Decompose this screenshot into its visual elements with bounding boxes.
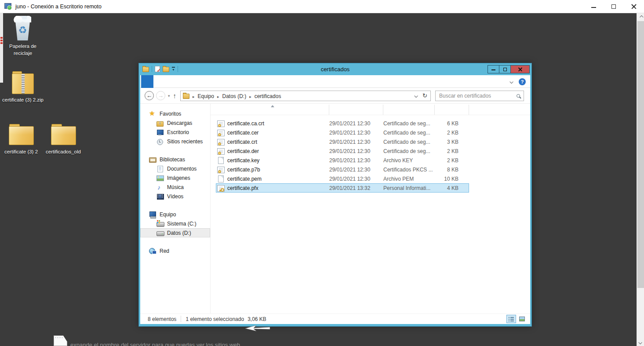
address-dropdown-icon[interactable] <box>414 94 418 97</box>
minimize-icon <box>491 69 495 70</box>
column-header[interactable] <box>435 105 469 115</box>
folder-icon[interactable] <box>142 67 149 72</box>
file-type-icon <box>217 185 225 192</box>
forward-button[interactable] <box>156 91 165 100</box>
search-input[interactable] <box>439 93 517 99</box>
breadcrumb-item[interactable]: certificados <box>255 93 281 99</box>
file-row[interactable]: certificate.key 29/01/2021 12:30 Archivo… <box>216 156 469 165</box>
search-box <box>435 91 524 101</box>
properties-icon[interactable] <box>155 66 160 72</box>
rdp-titlebar: juno - Conexión a Escritorio remoto <box>0 0 644 13</box>
rdp-minimize-button[interactable] <box>583 0 604 13</box>
sidebar-item-icon <box>156 138 164 145</box>
scrollbar-down-button[interactable] <box>637 339 644 346</box>
details-view-button[interactable] <box>506 315 516 323</box>
explorer-minimize-button[interactable] <box>488 65 499 73</box>
breadcrumb-segment: certificados <box>246 92 281 100</box>
search-icon[interactable] <box>517 94 520 98</box>
explorer-body: EquipoDatos (D:)certificados <box>140 75 530 324</box>
location-folder-icon <box>183 94 189 99</box>
ribbon-tab[interactable] <box>141 75 153 88</box>
address-box[interactable]: EquipoDatos (D:)certificados <box>180 91 431 101</box>
scrollbar-up-button[interactable] <box>637 13 644 21</box>
file-type-icon <box>217 166 225 173</box>
sidebar-item[interactable]: Imágenes <box>140 173 210 182</box>
sidebar-item[interactable]: Vídeos <box>140 192 210 201</box>
file-type-cell: Certificado de seg... <box>383 120 435 127</box>
customize-toolbar-icon[interactable]: ▼ <box>172 67 175 71</box>
file-row[interactable]: certificate.ca.crt 29/01/2021 12:30 Cert… <box>216 119 469 128</box>
column-header[interactable] <box>211 105 329 115</box>
breadcrumb-item[interactable]: Datos (D:) <box>222 93 246 99</box>
sidebar-item[interactable]: Red <box>140 246 210 255</box>
column-header[interactable] <box>329 105 383 115</box>
file-date-cell: 29/01/2021 12:30 <box>329 139 383 145</box>
file-row[interactable]: certificate.pfx 29/01/2021 13:32 Persona… <box>216 183 469 193</box>
maximize-icon <box>611 4 616 9</box>
file-name-cell: certificate.cer <box>216 129 329 136</box>
file-row[interactable]: certificate.der 29/01/2021 12:30 Certifi… <box>216 146 469 156</box>
file-row[interactable]: certificate.cer 29/01/2021 12:30 Certifi… <box>216 128 469 137</box>
explorer-maximize-button[interactable] <box>499 65 511 73</box>
file-row[interactable]: certificate.crt 29/01/2021 12:30 Certifi… <box>216 137 469 146</box>
thumbnails-view-button[interactable] <box>517 315 527 323</box>
recent-locations-dropdown-icon[interactable] <box>168 94 170 98</box>
sidebar-item[interactable]: Documentos <box>140 164 210 173</box>
close-icon <box>631 4 637 9</box>
chevron-down-icon <box>638 340 642 344</box>
file-name-cell: certificate.key <box>216 157 329 164</box>
up-one-level-button[interactable] <box>173 92 177 99</box>
rdp-maximize-button[interactable] <box>604 0 624 13</box>
desktop-icon-label: certificate (3) 2.zip <box>2 96 44 103</box>
sidebar-item[interactable]: Música <box>140 182 210 192</box>
file-row[interactable]: certificate.p7b 29/01/2021 12:30 Certifi… <box>216 165 469 174</box>
new-folder-icon[interactable] <box>163 67 169 72</box>
file-size-cell: 2 KB <box>435 148 464 154</box>
ribbon-tab[interactable] <box>166 75 178 88</box>
file-name: certificate.der <box>227 148 259 154</box>
sidebar-item[interactable]: Sitios recientes <box>140 137 210 146</box>
maximize-icon <box>503 68 507 71</box>
status-bar: 8 elementos 1 elemento seleccionado 3,06… <box>140 313 530 324</box>
back-button[interactable] <box>145 91 154 100</box>
desktop-icon[interactable]: certificados_old <box>43 121 84 155</box>
desktop-icon[interactable]: certificate (3) 2 <box>0 121 42 155</box>
sidebar-item[interactable]: Datos (D:) <box>140 228 210 237</box>
sidebar-item[interactable]: Descargas <box>140 118 210 127</box>
refresh-icon[interactable] <box>422 92 427 99</box>
breadcrumb-arrow-icon[interactable] <box>189 95 198 99</box>
file-date-cell: 29/01/2021 12:30 <box>329 120 383 127</box>
sidebar-item-icon <box>156 175 164 182</box>
sidebar-item[interactable]: Escritorio <box>140 127 210 137</box>
breadcrumb-item[interactable]: Equipo <box>198 93 214 99</box>
breadcrumb-arrow-icon[interactable] <box>246 95 255 99</box>
sidebar-item-icon <box>149 156 156 163</box>
sidebar-item[interactable]: Equipo <box>140 210 210 219</box>
sidebar-item[interactable]: Sistema (C:) <box>140 219 210 228</box>
explorer-close-button[interactable] <box>510 65 530 73</box>
desktop-icon[interactable]: certificate (3) 2.zip <box>2 69 44 103</box>
file-type-cell: Personal Informati... <box>383 185 435 191</box>
file-date-cell: 29/01/2021 12:30 <box>329 157 383 164</box>
sidebar-item[interactable]: Favoritos <box>140 109 210 118</box>
file-name: certificate.p7b <box>227 167 260 173</box>
rdp-system-icon[interactable] <box>4 3 12 10</box>
file-size-cell: 3 KB <box>435 139 464 145</box>
rdp-vertical-scrollbar[interactable] <box>637 13 644 346</box>
remote-desktop: Papelera de reciclaje certificate (3) 2.… <box>0 13 637 346</box>
desktop-icon-area: Papelera de reciclaje certificate (3) 2.… <box>0 13 97 189</box>
rdp-close-button[interactable] <box>624 0 644 13</box>
ribbon-tab[interactable] <box>178 75 190 88</box>
file-date-cell: 29/01/2021 12:30 <box>329 167 383 173</box>
sidebar-item[interactable]: Bibliotecas <box>140 155 210 164</box>
file-row[interactable]: certificate.pem 29/01/2021 12:30 Archivo… <box>216 174 469 183</box>
help-icon[interactable] <box>519 78 526 85</box>
breadcrumb-arrow-icon[interactable] <box>214 95 222 99</box>
file-type-icon <box>217 138 225 146</box>
sort-ascending-icon <box>271 105 274 107</box>
sidebar-item-icon <box>156 120 164 127</box>
scrollbar-thumb[interactable] <box>637 21 644 288</box>
desktop-icon[interactable]: Papelera de reciclaje <box>2 16 44 57</box>
ribbon-tab[interactable] <box>153 75 166 88</box>
column-header[interactable] <box>383 105 435 115</box>
